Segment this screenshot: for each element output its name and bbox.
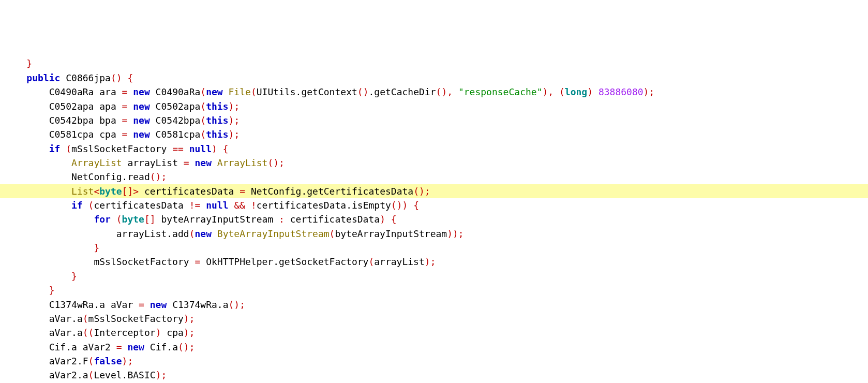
code-line: public C0866jpa() { <box>0 71 868 85</box>
token-op: = <box>116 342 122 352</box>
token-semi: ; <box>189 342 195 352</box>
token-kw: if <box>49 143 61 154</box>
token-paren: () <box>413 186 425 197</box>
token-semi: ; <box>234 115 240 126</box>
code-line: ArrayList arrayList = new ArrayList(); <box>0 156 868 170</box>
code-line: if (mSslSocketFactory == null) { <box>0 142 868 156</box>
token-paren: (( <box>83 327 94 338</box>
token-kw: for <box>94 214 111 225</box>
token-semi: ; <box>430 256 436 267</box>
code-line: NetConfig.read(); <box>0 170 868 184</box>
token-kw: public <box>26 72 60 83</box>
token-brace: { <box>223 143 229 154</box>
token-op: ! <box>251 200 257 211</box>
token-op: < <box>94 186 99 197</box>
token-generic: byte <box>122 214 144 225</box>
token-paren: () <box>436 86 447 97</box>
token-brace: { <box>127 72 133 83</box>
token-op: = <box>139 299 144 310</box>
token-paren: ) <box>184 327 189 338</box>
token-op: && <box>234 200 245 211</box>
token-paren: ) <box>122 356 128 366</box>
token-paren: ()) <box>391 200 408 211</box>
token-semi: ; <box>240 299 245 310</box>
token-newkw: new <box>194 228 212 239</box>
code-line: for (byte[] byteArrayInputStream : certi… <box>0 212 868 226</box>
token-semi: ; <box>649 86 654 97</box>
token-kw: if <box>71 200 83 211</box>
token-generic: long <box>565 86 587 97</box>
token-op: == <box>172 143 184 154</box>
token-thiskw: this <box>206 115 228 126</box>
token-paren: ) <box>156 370 161 380</box>
token-paren: ( <box>368 256 374 267</box>
token-paren: )) <box>447 228 458 239</box>
code-line: C0490aRa ara = new C0490aRa(new File(UIU… <box>0 85 868 99</box>
token-op: []> <box>122 186 139 197</box>
token-paren: () <box>150 171 161 182</box>
token-semi: ; <box>189 327 195 338</box>
token-semi: ; <box>234 101 240 112</box>
token-paren: () <box>111 72 122 83</box>
token-brace: } <box>71 271 77 282</box>
token-semi: ; <box>189 313 195 324</box>
code-line: mSslSocketFactory = OkHTTPHelper.getSock… <box>0 255 868 269</box>
token-type: List <box>71 186 94 197</box>
token-op: [] <box>144 214 156 225</box>
token-num: 83886080 <box>598 86 643 97</box>
token-paren: ( <box>88 200 94 211</box>
code-line: aVar2.F(false); <box>0 354 868 368</box>
token-paren: ) <box>643 86 649 97</box>
token-paren: () <box>178 342 189 352</box>
token-newkw: new <box>133 101 150 112</box>
token-nullkw: null <box>206 200 228 211</box>
code-line: } <box>0 283 868 297</box>
token-brace: } <box>26 58 32 69</box>
code-line: } <box>0 241 868 255</box>
token-newkw: new <box>127 342 144 352</box>
token-paren: ( <box>88 370 94 380</box>
token-generic: byte <box>99 186 122 197</box>
code-line: } <box>0 269 868 283</box>
token-paren: ) <box>229 115 234 126</box>
token-newkw: new <box>133 129 150 140</box>
token-paren: ) <box>156 327 161 338</box>
token-kw: false <box>94 356 122 366</box>
token-brace: } <box>49 285 55 296</box>
token-paren: ( <box>200 101 206 112</box>
token-paren: () <box>357 86 369 97</box>
token-paren: () <box>267 157 279 168</box>
token-paren: ( <box>200 129 206 140</box>
token-paren: ) <box>380 214 385 225</box>
code-line: C0502apa apa = new C0502apa(this); <box>0 99 868 113</box>
token-op: = <box>122 101 128 112</box>
token-brace: { <box>391 214 397 225</box>
token-semi: ; <box>234 129 240 140</box>
code-line: aVar.a((Interceptor) cpa); <box>0 326 868 340</box>
token-paren: ( <box>200 86 206 97</box>
code-line: arrayList.add(new ByteArrayInputStream(b… <box>0 227 868 241</box>
token-paren: ( <box>116 214 122 225</box>
token-paren: ( <box>559 86 565 97</box>
token-op: = <box>240 186 245 197</box>
token-op: != <box>189 200 201 211</box>
code-line: C1374wRa.a aVar = new C1374wRa.a(); <box>0 298 868 312</box>
token-paren: ( <box>251 86 257 97</box>
token-paren: ) <box>184 313 189 324</box>
token-op: , <box>548 86 553 97</box>
token-type: ArrayList <box>217 157 268 168</box>
token-semi: ; <box>127 356 133 366</box>
token-paren: ( <box>83 313 88 324</box>
token-op: = <box>122 115 128 126</box>
token-brace: } <box>94 242 99 253</box>
token-type: ArrayList <box>71 157 122 168</box>
code-line: C0581cpa cpa = new C0581cpa(this); <box>0 127 868 141</box>
token-op: = <box>122 86 128 97</box>
token-paren: ) <box>229 101 234 112</box>
token-paren: ) <box>425 256 430 267</box>
token-semi: ; <box>161 370 167 380</box>
token-brace: { <box>413 200 419 211</box>
token-op: : <box>279 214 285 225</box>
code-line: aVar2.a(Level.BASIC); <box>0 368 868 382</box>
token-op: = <box>122 129 128 140</box>
